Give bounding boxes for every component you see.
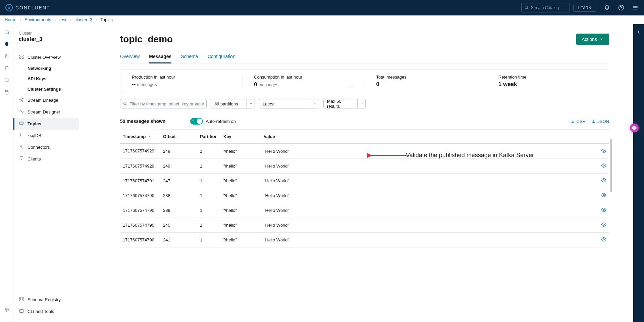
logo-icon bbox=[5, 4, 13, 11]
rail-home-icon[interactable] bbox=[4, 29, 10, 35]
breadcrumb-cluster_3[interactable]: cluster_3 bbox=[74, 17, 92, 22]
svg-rect-27 bbox=[20, 300, 21, 301]
filter-search[interactable] bbox=[120, 99, 207, 108]
sidebar: Cluster cluster_3 Cluster OverviewNetwor… bbox=[13, 24, 79, 322]
table-row[interactable]: 17176075749292491"/hello""Hello World" bbox=[120, 158, 609, 173]
brand-text: CONFLUENT bbox=[15, 5, 50, 10]
filter-input[interactable] bbox=[129, 101, 204, 106]
sidebar-item-api-keys[interactable]: API Keys bbox=[13, 74, 79, 84]
tab-overview[interactable]: Overview bbox=[120, 54, 140, 63]
cli-icon bbox=[19, 308, 24, 315]
grid-icon bbox=[19, 54, 24, 60]
sidebar-item-stream-lineage[interactable]: Stream Lineage bbox=[13, 94, 79, 106]
svg-rect-26 bbox=[22, 297, 23, 299]
breadcrumb-topics: Topics bbox=[100, 17, 113, 22]
view-message-icon[interactable] bbox=[601, 209, 606, 214]
tab-messages[interactable]: Messages bbox=[149, 54, 171, 63]
rail-layers-icon[interactable] bbox=[4, 41, 10, 47]
help-icon[interactable] bbox=[618, 4, 625, 11]
table-row[interactable]: 17176075747912471"/hello""Hello World" bbox=[120, 173, 609, 188]
svg-point-11 bbox=[5, 90, 8, 92]
chevron-down-icon bbox=[357, 99, 365, 108]
view-message-icon[interactable] bbox=[601, 179, 606, 184]
rail-book-icon[interactable] bbox=[4, 77, 10, 83]
header-key[interactable]: Key bbox=[221, 130, 261, 144]
notifications-icon[interactable] bbox=[604, 4, 610, 11]
table-row[interactable]: 17176075749292481"/hello""Hello World" bbox=[120, 144, 609, 159]
stat-total-label: Total messages bbox=[376, 75, 475, 80]
auto-refresh-toggle[interactable] bbox=[190, 118, 203, 125]
learn-button[interactable]: LEARN bbox=[573, 4, 596, 12]
rail-database-icon[interactable] bbox=[4, 89, 10, 95]
svg-point-37 bbox=[603, 224, 604, 225]
rail-clipboard-icon[interactable] bbox=[4, 65, 10, 71]
stream-catalog-search[interactable] bbox=[521, 3, 570, 12]
scrollbar[interactable] bbox=[610, 139, 612, 192]
sidebar-item-cli-and-tools[interactable]: CLI and Tools bbox=[13, 306, 79, 317]
sidebar-cluster-name: cluster_3 bbox=[19, 36, 73, 42]
offset-dropdown[interactable]: Latest bbox=[259, 99, 319, 108]
table-row[interactable]: 17176075747902381"/hello""Hello World" bbox=[120, 188, 609, 203]
right-collapse-strip[interactable] bbox=[633, 24, 644, 322]
header-offset[interactable]: Offset bbox=[160, 130, 197, 144]
view-message-icon[interactable] bbox=[601, 164, 606, 169]
svg-point-30 bbox=[124, 102, 126, 105]
svg-point-0 bbox=[525, 6, 528, 9]
header-partition[interactable]: Partition bbox=[197, 130, 221, 144]
connectors-icon bbox=[19, 144, 24, 150]
view-message-icon[interactable] bbox=[601, 194, 606, 199]
sidebar-item-networking[interactable]: Networking bbox=[13, 63, 79, 74]
sidebar-item-ksqldb[interactable]: ksqlDB bbox=[13, 130, 79, 141]
ksql-icon bbox=[19, 132, 24, 139]
view-message-icon[interactable] bbox=[601, 223, 606, 228]
tab-schema[interactable]: Schema bbox=[181, 54, 198, 63]
clients-icon bbox=[19, 156, 24, 162]
header-timestamp[interactable]: Timestamp bbox=[120, 130, 160, 144]
rail-doc-icon[interactable] bbox=[4, 53, 10, 59]
svg-rect-16 bbox=[22, 57, 23, 58]
sidebar-item-schema-registry[interactable]: Schema Registry bbox=[13, 294, 79, 306]
table-row[interactable]: 17176075747902411"/hello""Hello World" bbox=[120, 232, 609, 247]
sidebar-item-clients[interactable]: Clients bbox=[13, 153, 79, 165]
schema-icon bbox=[19, 296, 24, 303]
header-value[interactable]: Value bbox=[261, 130, 598, 144]
icon-rail bbox=[0, 24, 13, 322]
tab-configuration[interactable]: Configuration bbox=[208, 54, 235, 63]
top-header: CONFLUENT LEARN bbox=[0, 0, 644, 15]
export-json-link[interactable]: JSON bbox=[591, 119, 609, 124]
stat-consumption-marker: _ bbox=[350, 81, 353, 88]
download-icon bbox=[571, 119, 575, 124]
sidebar-item-cluster-overview[interactable]: Cluster Overview bbox=[13, 51, 79, 63]
sidebar-item-cluster-settings[interactable]: Cluster Settings bbox=[13, 84, 79, 94]
search-input[interactable] bbox=[531, 5, 565, 10]
sidebar-item-connectors[interactable]: Connectors bbox=[13, 141, 79, 153]
sidebar-item-stream-designer[interactable]: Stream Designer bbox=[13, 106, 79, 118]
export-csv-link[interactable]: CSV bbox=[571, 119, 586, 124]
chevron-down-icon bbox=[311, 99, 319, 108]
breadcrumb-environments[interactable]: Environments bbox=[24, 17, 51, 22]
hamburger-menu-icon[interactable] bbox=[632, 4, 639, 11]
topics-icon bbox=[19, 121, 24, 127]
actions-button[interactable]: Actions bbox=[576, 34, 609, 45]
chevron-down-icon bbox=[148, 134, 152, 138]
svg-point-32 bbox=[603, 150, 604, 151]
table-row[interactable]: 17176075747902391"/hello""Hello World" bbox=[120, 203, 609, 218]
max-results-dropdown[interactable]: Max 50 results bbox=[323, 99, 366, 108]
svg-point-38 bbox=[603, 239, 604, 240]
view-message-icon[interactable] bbox=[601, 238, 606, 243]
floating-help-badge[interactable] bbox=[630, 124, 639, 132]
stat-consumption-label: Consumption in last hour bbox=[254, 75, 353, 80]
svg-point-36 bbox=[603, 209, 604, 211]
view-message-icon[interactable] bbox=[601, 149, 606, 154]
partition-dropdown[interactable]: All partitions bbox=[211, 99, 255, 108]
table-row[interactable]: 17176075747902401"/hello""Hello World" bbox=[120, 218, 609, 232]
svg-rect-29 bbox=[20, 309, 23, 312]
sidebar-item-topics[interactable]: Topics bbox=[13, 118, 79, 130]
brand-logo[interactable]: CONFLUENT bbox=[5, 4, 50, 11]
stats-bar: Production in last hour --messages Consu… bbox=[120, 70, 609, 93]
breadcrumb: Home›Environments›test›cluster_3›Topics bbox=[0, 15, 644, 24]
stat-production-label: Production in last hour bbox=[132, 75, 231, 80]
breadcrumb-home[interactable]: Home bbox=[5, 17, 16, 22]
rail-globe-icon[interactable] bbox=[4, 307, 10, 313]
breadcrumb-test[interactable]: test bbox=[59, 17, 66, 22]
